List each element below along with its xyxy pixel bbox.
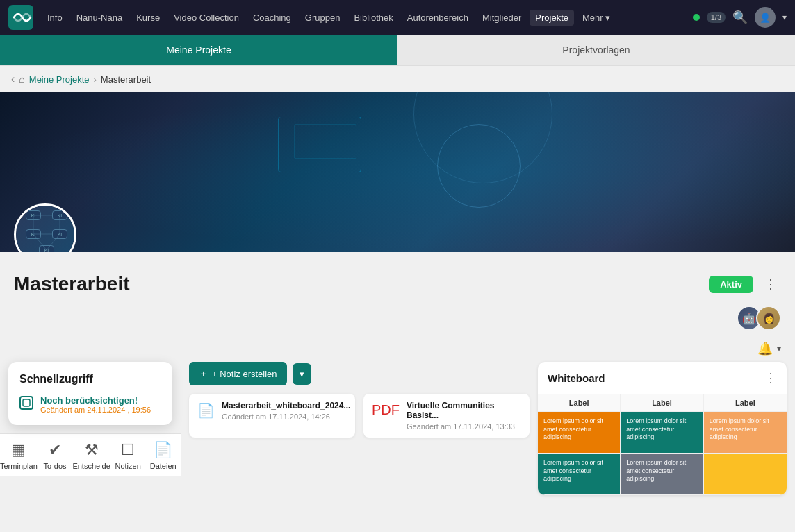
schnell-checkbox[interactable]	[19, 396, 33, 410]
bottom-nav: ▦ Terminplan ✔ To-dos ⚒ Entscheide ☐ Not…	[0, 433, 181, 476]
schnellzugriff-card: Schnellzugriff Noch berücksichtigen! Geä…	[8, 362, 172, 425]
file-pdf-icon: PDF	[372, 402, 400, 418]
wb-row-0: Lorem ipsum dolor sit amet consectetur a…	[538, 412, 787, 454]
member-avatars: 🤖 👩	[737, 306, 781, 331]
wb-label-1: Label	[621, 394, 703, 411]
notiz-area: ＋ + Notiz erstellen ▾	[189, 362, 530, 385]
notiz-bar: ＋ + Notiz erstellen ▾	[189, 362, 530, 385]
whiteboard-card: Whiteboard ⋮ Label Label Label Lorem ips…	[538, 362, 787, 495]
svg-line-5	[33, 234, 47, 250]
wb-cell-1-0[interactable]: Lorem ipsum dolor sit amet consectetur a…	[538, 454, 621, 495]
nav-badge: 1/3	[707, 12, 726, 23]
nav-right: 1/3 🔍 👤 ▾	[693, 7, 787, 28]
whiteboard-more-button[interactable]: ⋮	[764, 370, 777, 385]
svg-line-6	[47, 234, 60, 250]
nav-item-kurse[interactable]: Kurse	[131, 10, 165, 26]
project-title-area: Masterarbeit Aktiv ⋮	[0, 252, 795, 302]
project-avatar: KI KI KI KI KI	[14, 203, 76, 252]
notizen-icon: ☐	[121, 441, 135, 459]
plus-icon: ＋	[199, 367, 208, 380]
schnellzugriff-title: Schnellzugriff	[19, 373, 161, 385]
user-menu-icon[interactable]: ▾	[782, 13, 787, 22]
breadcrumb-separator: ›	[94, 74, 97, 85]
nav-entscheide[interactable]: ⚒ Entscheide	[72, 434, 110, 476]
wb-cell-0-0[interactable]: Lorem ipsum dolor sit amet consectetur a…	[538, 412, 621, 454]
nav-item-video[interactable]: Video Collection	[168, 10, 245, 26]
nav-item-gruppen[interactable]: Gruppen	[300, 10, 346, 26]
main-content: Schnellzugriff Noch berücksichtigen! Geä…	[0, 362, 795, 509]
terminplan-icon: ▦	[11, 441, 26, 459]
notiz-erstellen-button[interactable]: ＋ + Notiz erstellen	[189, 362, 287, 385]
tab-projektvorlagen[interactable]: Projektvorlagen	[398, 35, 795, 65]
middle-panel: ＋ + Notiz erstellen ▾ 📄 Masterarbeit_whi…	[181, 362, 538, 495]
avatar-person[interactable]: 👩	[756, 306, 781, 331]
logo-icon[interactable]	[8, 5, 33, 30]
todos-icon: ✔	[49, 441, 61, 459]
file-card-1[interactable]: PDF Virtuelle Communities Basist... Geän…	[363, 394, 530, 438]
search-icon[interactable]: 🔍	[732, 10, 748, 25]
tab-meine-projekte[interactable]: Meine Projekte	[0, 35, 398, 65]
file-date-1: Geändert am 17.11.2024, 13:33	[407, 422, 521, 431]
nav-item-nanu[interactable]: Nanu-Nana	[71, 10, 129, 26]
schnell-item-date: Geändert am 24.11.2024 , 19:56	[40, 406, 151, 414]
bell-chevron-icon[interactable]: ▾	[777, 344, 781, 354]
file-name-1: Virtuelle Communities Basist...	[407, 401, 521, 420]
wb-cell-1-1[interactable]: Lorem ipsum dolor sit amet consectetur a…	[621, 454, 703, 495]
notiz-dropdown-button[interactable]: ▾	[293, 363, 311, 385]
entscheide-icon: ⚒	[85, 441, 99, 459]
project-more-button[interactable]: ⋮	[760, 274, 781, 294]
avatars-row: 🤖 👩	[0, 302, 795, 341]
wb-label-2: Label	[704, 394, 787, 411]
svg-rect-7	[23, 399, 30, 406]
nav-item-bibliothek[interactable]: Bibliothek	[348, 10, 398, 26]
breadcrumb-home-icon[interactable]: ⌂	[19, 74, 24, 85]
bell-icon[interactable]: 🔔	[757, 341, 773, 356]
wb-label-row: Label Label Label	[538, 394, 787, 412]
schnell-item-title[interactable]: Noch berücksichtigen!	[40, 395, 151, 406]
nav-item-mehr[interactable]: Mehr ▾	[577, 10, 616, 26]
dateien-label: Dateien	[150, 462, 177, 470]
wb-cell-0-1[interactable]: Lorem ipsum dolor sit amet consectetur a…	[621, 412, 703, 454]
whiteboard-header: Whiteboard ⋮	[538, 362, 787, 394]
file-card-0[interactable]: 📄 Masterarbeit_whiteboard_2024... Geände…	[189, 394, 355, 438]
nav-item-projekte[interactable]: Projekte	[530, 10, 574, 26]
breadcrumb-parent[interactable]: Meine Projekte	[29, 74, 90, 85]
wb-row-1: Lorem ipsum dolor sit amet consectetur a…	[538, 454, 787, 495]
wb-cell-0-2[interactable]: Lorem ipsum dolor sit amet consectetur a…	[704, 412, 787, 454]
terminplan-label: Terminplan	[0, 462, 38, 470]
file-date-0: Geändert am 17.11.2024, 14:26	[222, 413, 350, 421]
user-avatar[interactable]: 👤	[755, 7, 776, 28]
todos-label: To-dos	[44, 462, 67, 470]
project-title: Masterarbeit	[14, 273, 130, 295]
file-name-0: Masterarbeit_whiteboard_2024...	[222, 401, 350, 410]
left-panel: Schnellzugriff Noch berücksichtigen! Geä…	[0, 362, 181, 495]
whiteboard-title: Whiteboard	[548, 372, 605, 384]
project-hero: KI KI KI KI KI	[0, 92, 795, 252]
file-doc-icon: 📄	[197, 402, 215, 419]
breadcrumb-current: Masterarbeit	[101, 74, 151, 85]
online-indicator	[693, 14, 700, 21]
nav-dateien[interactable]: 📄 Dateien	[145, 434, 181, 476]
dateien-icon: 📄	[154, 441, 172, 459]
nav-terminplan[interactable]: ▦ Terminplan	[0, 434, 38, 476]
schnell-item: Noch berücksichtigen! Geändert am 24.11.…	[19, 395, 161, 414]
nav-todos[interactable]: ✔ To-dos	[38, 434, 73, 476]
tab-bar: Meine Projekte Projektvorlagen	[0, 35, 795, 66]
nav-item-mitglieder[interactable]: Mitglieder	[477, 10, 527, 26]
navbar: Info Nanu-Nana Kurse Video Collection Co…	[0, 0, 795, 35]
notizen-label: Notizen	[115, 462, 140, 470]
right-panel: Whiteboard ⋮ Label Label Label Lorem ips…	[538, 362, 795, 495]
wb-label-0: Label	[538, 394, 621, 411]
nav-item-coaching[interactable]: Coaching	[247, 10, 297, 26]
title-right: Aktiv ⋮	[709, 274, 781, 294]
file-cards: 📄 Masterarbeit_whiteboard_2024... Geände…	[189, 394, 530, 438]
entscheide-label: Entscheide	[72, 462, 110, 470]
breadcrumb: ‹ ⌂ Meine Projekte › Masterarbeit	[0, 66, 795, 92]
nav-item-info[interactable]: Info	[42, 10, 68, 26]
bell-area: 🔔 ▾	[0, 341, 795, 362]
breadcrumb-back[interactable]: ‹	[11, 73, 15, 85]
wb-cell-1-2[interactable]	[704, 454, 787, 495]
status-badge: Aktiv	[709, 276, 753, 293]
nav-notizen[interactable]: ☐ Notizen	[110, 434, 146, 476]
nav-item-autoren[interactable]: Autorenbereich	[402, 10, 474, 26]
